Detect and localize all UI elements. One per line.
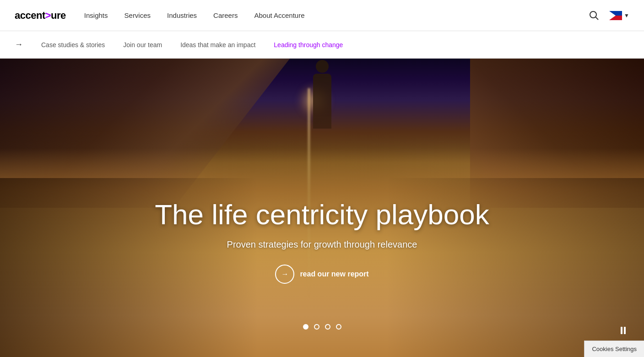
logo[interactable]: accent>ure <box>15 10 66 22</box>
carousel-dot-4[interactable] <box>336 324 341 330</box>
svg-point-0 <box>590 11 596 18</box>
hero-subtitle: Proven strategies for growth through rel… <box>116 239 528 250</box>
sub-nav: → Case studies & stories Join our team I… <box>0 31 644 59</box>
logo-part1: accent <box>15 10 45 21</box>
nav-industries[interactable]: Industries <box>167 11 197 19</box>
svg-line-1 <box>596 17 599 20</box>
pause-bar-left <box>621 327 622 334</box>
carousel-dot-1[interactable] <box>303 324 308 330</box>
logo-accent: > <box>45 10 51 21</box>
carousel-dot-3[interactable] <box>325 324 330 330</box>
header-right: ▼ <box>586 8 629 23</box>
subnav-ideas-impact[interactable]: Ideas that make an impact <box>180 41 255 49</box>
hero-cta-button[interactable]: → read our new report <box>275 265 368 284</box>
logo-text: accent>ure <box>15 10 66 22</box>
subnav-case-studies[interactable]: Case studies & stories <box>41 41 105 49</box>
hero-cta-circle-icon: → <box>275 265 294 284</box>
search-button[interactable] <box>586 8 602 23</box>
subnav-join-team[interactable]: Join our team <box>123 41 162 49</box>
subnav-leading-change[interactable]: Leading through change <box>274 41 343 49</box>
hero-content: The life centricity playbook Proven stra… <box>116 199 528 284</box>
carousel-dots <box>303 324 341 330</box>
carousel-dot-2[interactable] <box>314 324 319 330</box>
pause-button[interactable] <box>621 327 626 334</box>
cookies-settings-button[interactable]: Cookies Settings <box>584 341 644 357</box>
hero-person-silhouette <box>313 74 331 129</box>
hero-section: The life centricity playbook Proven stra… <box>0 59 644 357</box>
nav-insights[interactable]: Insights <box>84 11 108 19</box>
nav-services[interactable]: Services <box>124 11 151 19</box>
hero-title: The life centricity playbook <box>116 199 528 230</box>
pause-bar-right <box>624 327 626 334</box>
main-nav: Insights Services Industries Careers Abo… <box>84 11 586 19</box>
nav-about[interactable]: About Accenture <box>254 11 304 19</box>
hero-cta-label: read our new report <box>300 270 368 278</box>
sub-nav-arrow[interactable]: → <box>15 40 23 49</box>
logo-part2: ure <box>51 10 66 21</box>
nav-careers[interactable]: Careers <box>213 11 238 19</box>
flag-icon <box>609 11 622 20</box>
search-icon <box>589 11 599 21</box>
header: accent>ure Insights Services Industries … <box>0 0 644 31</box>
chevron-down-icon: ▼ <box>624 12 629 19</box>
country-selector[interactable]: ▼ <box>609 11 629 20</box>
